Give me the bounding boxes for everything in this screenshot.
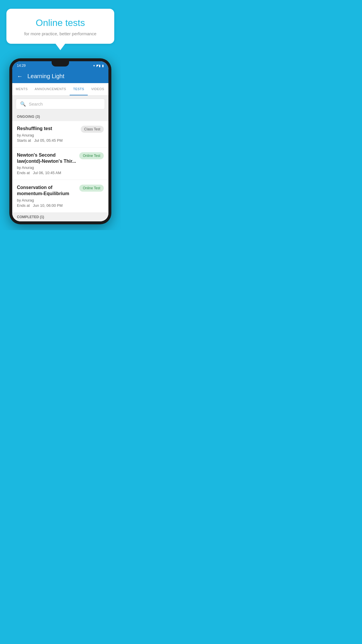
test-badge: Online Test xyxy=(79,185,104,192)
test-time: Ends at Jun 10, 06:00 PM xyxy=(17,203,76,208)
test-author: by Anurag xyxy=(17,198,76,202)
tab-ments[interactable]: MENTS xyxy=(12,83,31,95)
bubble-title: Online tests xyxy=(13,18,107,28)
phone-mockup: 14:29 ▾ ◤▮ ▮ ← Learning Light MENTS ANNO… xyxy=(9,58,111,224)
test-info: Reshuffling test by Anurag Starts at Jul… xyxy=(17,126,78,143)
ongoing-section-header: ONGOING (3) xyxy=(12,112,108,121)
tab-videos[interactable]: VIDEOS xyxy=(88,83,108,95)
test-name: Newton's Second law(contd)-Newton's Thir… xyxy=(17,152,76,164)
status-icons: ▾ ◤▮ ▮ xyxy=(93,64,104,68)
phone-notch xyxy=(52,61,69,66)
search-icon: 🔍 xyxy=(20,101,26,107)
tab-bar: MENTS ANNOUNCEMENTS TESTS VIDEOS xyxy=(12,83,108,96)
test-name: Reshuffling test xyxy=(17,126,78,132)
test-name: Conservation of momentum-Equilibrium xyxy=(17,185,76,197)
search-box[interactable]: 🔍 Search xyxy=(16,99,105,109)
signal-icon: ◤▮ xyxy=(96,64,101,68)
test-list: Reshuffling test by Anurag Starts at Jul… xyxy=(12,121,108,213)
status-time: 14:29 xyxy=(17,64,26,68)
tab-tests[interactable]: TESTS xyxy=(70,83,88,95)
phone-screen: 14:29 ▾ ◤▮ ▮ ← Learning Light MENTS ANNO… xyxy=(12,61,108,221)
test-item[interactable]: Conservation of momentum-Equilibrium by … xyxy=(12,180,108,213)
speech-bubble: Online tests for more practice, better p… xyxy=(6,9,114,44)
test-author: by Anurag xyxy=(17,133,78,137)
test-item[interactable]: Reshuffling test by Anurag Starts at Jul… xyxy=(12,121,108,148)
back-button[interactable]: ← xyxy=(17,73,23,80)
test-time: Starts at Jul 05, 05:45 PM xyxy=(17,138,78,143)
app-header: ← Learning Light xyxy=(12,69,108,83)
test-author: by Anurag xyxy=(17,165,76,170)
app-title: Learning Light xyxy=(27,73,64,80)
test-badge: Class Test xyxy=(81,126,104,133)
search-container: 🔍 Search xyxy=(12,96,108,112)
wifi-icon: ▾ xyxy=(93,64,95,68)
test-info: Newton's Second law(contd)-Newton's Thir… xyxy=(17,152,76,175)
test-badge: Online Test xyxy=(79,152,104,159)
test-time: Ends at Jul 06, 10:45 AM xyxy=(17,171,76,175)
completed-section-header: COMPLETED (1) xyxy=(12,213,108,221)
bubble-subtitle: for more practice, better performance xyxy=(13,31,107,36)
test-info: Conservation of momentum-Equilibrium by … xyxy=(17,185,76,208)
tab-announcements[interactable]: ANNOUNCEMENTS xyxy=(31,83,70,95)
battery-icon: ▮ xyxy=(102,64,104,68)
search-input[interactable]: Search xyxy=(29,102,43,106)
test-item[interactable]: Newton's Second law(contd)-Newton's Thir… xyxy=(12,148,108,180)
